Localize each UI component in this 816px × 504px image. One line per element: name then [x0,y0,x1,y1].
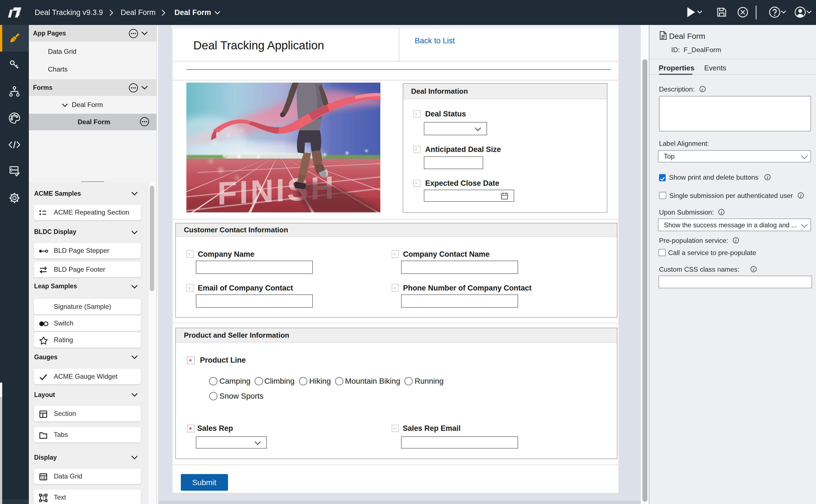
svg-text:T: T [42,495,45,501]
